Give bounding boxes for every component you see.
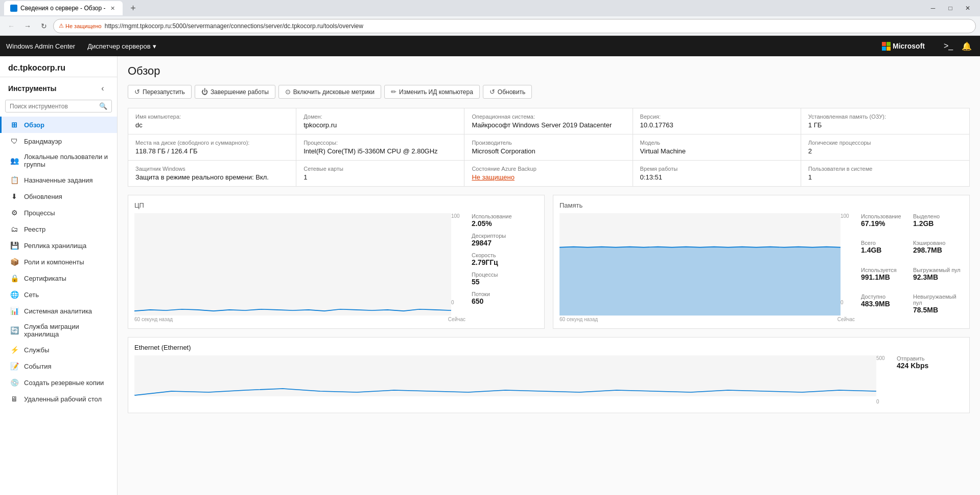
server-manager-nav[interactable]: Диспетчер серверов ▾ (83, 40, 160, 52)
sidebar-item-label: Создать резервные копии (24, 379, 104, 387)
restart-button[interactable]: ↺ Перезапустить (128, 85, 192, 99)
rename-button[interactable]: ✏ Изменить ИД компьютера (384, 85, 480, 99)
storage-replica-icon: 💾 (10, 241, 19, 250)
os-label: Операционная система: (472, 114, 625, 120)
info-cell-ram: Установленная память (ОЗУ): 1 ГБ (801, 108, 969, 134)
backup-icon: 💿 (10, 378, 19, 387)
azure-backup-label: Состояние Azure Backup (472, 166, 625, 172)
server-manager-label: Диспетчер серверов (87, 42, 151, 50)
sidebar-item-roles[interactable]: 📦 Роли и компоненты (0, 254, 117, 270)
uptime-label: Время работы (640, 166, 794, 172)
sidebar-item-label: События (24, 363, 52, 370)
mem-allocated-label: Выделено (913, 213, 963, 219)
terminal-icon: >_ (944, 41, 953, 51)
sidebar-item-storage-replica[interactable]: 💾 Реплика хранилища (0, 237, 117, 254)
mem-usage-value: 67.19% (861, 219, 911, 228)
browser-tab[interactable]: Сведения о сервере - Обзор - ✕ (4, 1, 123, 15)
users-icon: 👥 (10, 156, 19, 165)
sidebar-item-scheduled-tasks[interactable]: 📋 Назначенные задания (0, 172, 117, 188)
sidebar-item-label: Роли и компоненты (24, 258, 84, 266)
notifications-button[interactable]: 🔔 (960, 39, 974, 53)
shutdown-button[interactable]: ⏻ Завершение работы (195, 85, 275, 99)
disk-metrics-button[interactable]: ⊙ Включить дисковые метрики (278, 85, 381, 99)
sidebar-item-remote-desktop[interactable]: 🖥 Удаленный рабочий стол (0, 391, 117, 407)
sidebar-item-local-users[interactable]: 👥 Локальные пользователи и группы (0, 149, 117, 172)
info-cell-manufacturer: Производитель Microsoft Corporation (464, 134, 633, 161)
defender-label: Защитник Windows (135, 166, 289, 172)
sidebar-item-label: Службы (24, 346, 49, 354)
network-card: Ethernet (Ethernet) 500 0 (128, 337, 970, 413)
sidebar-item-firewall[interactable]: 🛡 Брандмауэр (0, 133, 117, 149)
mem-stat-in-use: Используется 991.1MB (861, 267, 911, 289)
cpu-stat-descriptors: Дескрипторы 29847 (472, 233, 538, 247)
address-bar[interactable]: ⚠ Не защищено https://mgmt.tpkocorp.ru:5… (53, 19, 976, 33)
sidebar-item-storage-migration[interactable]: 🔄 Служба миграции хранилища (0, 319, 117, 342)
minimize-button[interactable]: ─ (925, 1, 941, 15)
sidebar-item-label: Локальные пользователи и группы (24, 153, 109, 168)
info-cell-nic: Сетевые карты 1 (296, 161, 464, 186)
sidebar-item-overview[interactable]: ⊞ Обзор (0, 117, 117, 133)
firewall-icon: 🛡 (10, 137, 19, 146)
forward-button[interactable]: → (20, 19, 35, 33)
sidebar-item-label: Назначенные задания (24, 176, 93, 184)
sidebar-item-registry[interactable]: 🗂 Реестр (0, 221, 117, 237)
memory-scale: 100 0 (841, 213, 855, 316)
cpu-usage-value: 2.05% (472, 219, 538, 228)
cpu-stat-processes: Процессы 55 (472, 272, 538, 286)
disk-icon: ⊙ (285, 88, 291, 96)
cpu-processes-value: 55 (472, 278, 538, 286)
sidebar-item-network[interactable]: 🌐 Сеть (0, 286, 117, 303)
memory-chart-title: Память (559, 201, 963, 209)
info-cell-version: Версия: 10.0.17763 (633, 108, 801, 134)
sidebar-item-label: Служба миграции хранилища (24, 323, 109, 338)
search-box[interactable]: 🔍 (5, 100, 112, 112)
cpu-time-end: Сейчас (448, 317, 465, 322)
restart-icon: ↺ (134, 88, 140, 96)
close-window-button[interactable]: ✕ (960, 1, 976, 15)
sidebar-item-processes[interactable]: ⚙ Процессы (0, 205, 117, 221)
cpu-usage-label: Использование (472, 213, 538, 219)
sidebar-item-label: Обзор (24, 121, 44, 129)
info-cell-azure-backup: Состояние Azure Backup Не защищено (464, 161, 633, 186)
model-label: Модель (640, 140, 794, 146)
sidebar-item-services[interactable]: ⚡ Службы (0, 342, 117, 358)
mem-cached-label: Кэшировано (913, 240, 963, 246)
roles-icon: 📦 (10, 257, 19, 266)
sidebar-item-system-analytics[interactable]: 📊 Системная аналитика (0, 303, 117, 319)
terminal-button[interactable]: >_ (941, 39, 955, 53)
sidebar-item-certificates[interactable]: 🔒 Сертификаты (0, 270, 117, 286)
refresh-button[interactable]: ↺ Обновить (483, 85, 532, 99)
new-tab-button[interactable]: + (127, 2, 139, 14)
tab-title: Сведения о сервере - Обзор - (20, 5, 105, 12)
back-button[interactable]: ← (4, 19, 18, 33)
network-stat-send: Отправить 424 Kbps (897, 355, 963, 370)
maximize-button[interactable]: □ (942, 1, 959, 15)
mem-nonpaged-value: 78.5MB (913, 306, 963, 314)
network-scale-max: 500 (876, 355, 891, 361)
nic-label: Сетевые карты (304, 166, 457, 172)
tab-close-button[interactable]: ✕ (108, 4, 116, 12)
processes-icon: ⚙ (10, 208, 19, 217)
cpu-stat-usage: Использование 2.05% (472, 213, 538, 228)
search-input[interactable] (10, 103, 96, 110)
sidebar-item-events[interactable]: 📝 События (0, 358, 117, 374)
cpu-threads-label: Потоки (472, 291, 538, 297)
sidebar-item-updates[interactable]: ⬇ Обновления (0, 188, 117, 205)
sidebar-collapse-button[interactable]: ‹ (97, 82, 109, 95)
sidebar-item-label: Обновления (24, 193, 62, 200)
reload-button[interactable]: ↻ (37, 19, 51, 33)
cpu-descriptors-label: Дескрипторы (472, 233, 538, 239)
sidebar-item-backup[interactable]: 💿 Создать резервные копии (0, 374, 117, 391)
info-grid: Имя компьютера: dc Домен: tpkocorp.ru Оп… (128, 108, 970, 187)
mem-paged-label: Выгружаемый пул (913, 267, 963, 273)
mem-available-label: Доступно (861, 294, 911, 300)
cpu-label: Процессоры: (304, 140, 457, 146)
network-card-title: Ethernet (Ethernet) (134, 344, 963, 351)
header-icons: >_ 🔔 (941, 39, 974, 53)
defender-value: Защита в режиме реального времени: Вкл. (135, 173, 289, 181)
disk-value: 118.78 ГБ / 126.4 ГБ (135, 147, 289, 155)
azure-backup-value[interactable]: Не защищено (472, 173, 625, 181)
server-name: dc.tpkocorp.ru (0, 56, 117, 77)
network-send-label: Отправить (897, 355, 963, 362)
cpu-speed-label: Скорость (472, 252, 538, 258)
